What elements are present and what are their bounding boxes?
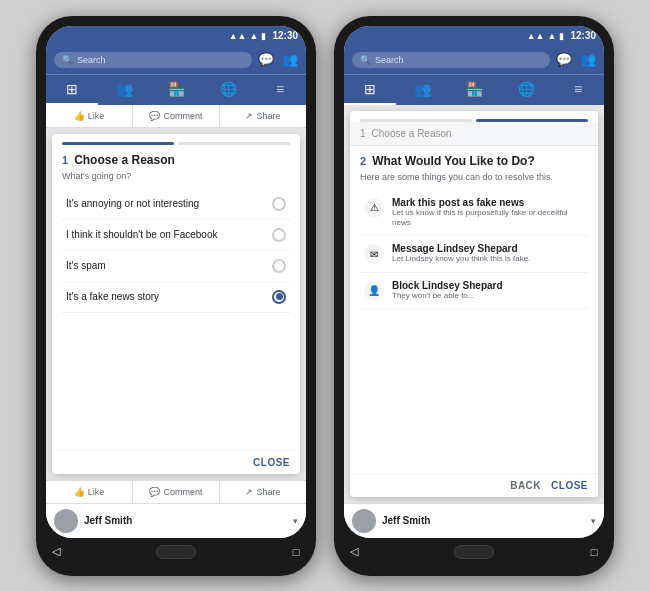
search-placeholder-1: Search [77, 55, 106, 65]
modal-footer-2: BACK CLOSE [350, 473, 598, 497]
option-title-1: Mark this post as fake news [392, 197, 584, 208]
radio-2[interactable] [272, 228, 286, 242]
user-bar-2: Jeff Smith ▾ [344, 503, 604, 538]
back-button-2[interactable]: BACK [510, 480, 541, 491]
step-title-1: Choose a Reason [74, 153, 175, 167]
recents-btn-1[interactable]: □ [286, 542, 306, 562]
search-icon: 🔍 [62, 55, 73, 65]
search-bar-2[interactable]: 🔍 Search [352, 52, 550, 68]
message-icon: ✉ [364, 244, 384, 264]
back-btn-2[interactable]: ◁ [344, 542, 364, 562]
reason-text-3: It's spam [66, 260, 106, 271]
friends-icon[interactable]: 👥 [282, 52, 298, 67]
user-bar-1: Jeff Smith ▾ [46, 503, 306, 538]
step-num-1: 1 [62, 154, 68, 166]
avatar-1 [54, 509, 78, 533]
warning-icon: ⚠ [364, 198, 384, 218]
back-btn-1[interactable]: ◁ [46, 542, 66, 562]
step-title-2: What Would You Like to Do? [372, 154, 535, 168]
option-title-3: Block Lindsey Shepard [392, 280, 503, 291]
modal-2: 1 Choose a Reason 2 What Would You Like … [350, 111, 598, 497]
friends-icon-2[interactable]: 👥 [580, 52, 596, 67]
signal-icon-2: ▲▲ [527, 31, 545, 41]
modal-content-2: 2 What Would You Like to Do? Here are so… [350, 146, 598, 473]
nav-store-2[interactable]: 🏪 [448, 75, 500, 105]
nav-home[interactable]: ⊞ [46, 75, 98, 105]
header-icons-1: 💬 👥 [258, 52, 298, 67]
comment-button-1[interactable]: 💬 Comment [133, 105, 220, 127]
reason-item-3[interactable]: It's spam [62, 251, 290, 282]
battery-icon-2: ▮ [559, 31, 564, 41]
radio-3[interactable] [272, 259, 286, 273]
phone-1: ▲▲ ▲ ▮ 12:30 🔍 Search 💬 👥 ⊞ 👥 🏪 🌐 ≡ [36, 16, 316, 576]
reason-text-4: It's a fake news story [66, 291, 159, 302]
share-btn-bottom-1[interactable]: ↗ Share [220, 481, 306, 503]
reason-item-4[interactable]: It's a fake news story [62, 282, 290, 313]
option-text-3: Block Lindsey Shepard They won't be able… [392, 280, 503, 301]
avatar-2 [352, 509, 376, 533]
reason-text-1: It's annoying or not interesting [66, 198, 199, 209]
facebook-nav-2: ⊞ 👥 🏪 🌐 ≡ [344, 74, 604, 105]
recents-btn-2[interactable]: □ [584, 542, 604, 562]
facebook-header-2: 🔍 Search 💬 👥 [344, 46, 604, 74]
user-name-1: Jeff Smith [84, 515, 287, 526]
nav-menu[interactable]: ≡ [254, 75, 306, 105]
reason-item-2[interactable]: I think it shouldn't be on Facebook [62, 220, 290, 251]
option-item-2[interactable]: ✉ Message Lindsey Shepard Let Lindsey kn… [360, 236, 588, 272]
battery-icon: ▮ [261, 31, 266, 41]
messenger-icon[interactable]: 💬 [258, 52, 274, 67]
facebook-header-1: 🔍 Search 💬 👥 [46, 46, 306, 74]
nav-store[interactable]: 🏪 [150, 75, 202, 105]
home-btn-2[interactable] [454, 545, 494, 559]
wifi-icon: ▲ [250, 31, 259, 41]
step-num-2: 2 [360, 155, 366, 167]
like-btn-bottom-1[interactable]: 👍 Like [46, 481, 133, 503]
post-action-bar-1: 👍 Like 💬 Comment ↗ Share [46, 105, 306, 128]
status-bar-2: ▲▲ ▲ ▮ 12:30 [344, 26, 604, 46]
step-header-1: 1 Choose a Reason [62, 153, 290, 167]
reason-list: It's annoying or not interesting I think… [62, 189, 290, 313]
messenger-icon-2[interactable]: 💬 [556, 52, 572, 67]
option-desc-2: Let Lindsey know you think this is fake. [392, 254, 530, 264]
phone-nav-2: ◁ □ [344, 538, 604, 566]
step1-title-inactive: Choose a Reason [372, 128, 452, 139]
nav-globe-2[interactable]: 🌐 [500, 75, 552, 105]
search-icon-2: 🔍 [360, 55, 371, 65]
close-button-1[interactable]: CLOSE [253, 457, 290, 468]
header-icons-2: 💬 👥 [556, 52, 596, 67]
facebook-nav-1: ⊞ 👥 🏪 🌐 ≡ [46, 74, 306, 105]
chevron-down-icon-1: ▾ [293, 516, 298, 526]
step-indicator-2 [350, 111, 598, 122]
modal-footer-1: CLOSE [52, 450, 300, 474]
option-desc-3: They won't be able to... [392, 291, 503, 301]
reason-item-1[interactable]: It's annoying or not interesting [62, 189, 290, 220]
radio-1[interactable] [272, 197, 286, 211]
option-item-3[interactable]: 👤 Block Lindsey Shepard They won't be ab… [360, 273, 588, 309]
radio-4[interactable] [272, 290, 286, 304]
option-title-2: Message Lindsey Shepard [392, 243, 530, 254]
step1-inactive: 1 Choose a Reason [350, 122, 598, 146]
wifi-icon-2: ▲ [548, 31, 557, 41]
nav-home-2[interactable]: ⊞ [344, 75, 396, 105]
time-display: 12:30 [272, 30, 298, 41]
step-indicator-1 [52, 134, 300, 145]
nav-menu-2[interactable]: ≡ [552, 75, 604, 105]
modal-content-1: 1 Choose a Reason What's going on? It's … [52, 145, 300, 450]
user-name-2: Jeff Smith [382, 515, 585, 526]
bottom-action-bar-1: 👍 Like 💬 Comment ↗ Share [46, 480, 306, 503]
home-btn-1[interactable] [156, 545, 196, 559]
nav-globe[interactable]: 🌐 [202, 75, 254, 105]
share-button-1[interactable]: ↗ Share [220, 105, 306, 127]
option-item-1[interactable]: ⚠ Mark this post as fake news Let us kno… [360, 190, 588, 237]
step-subtitle-2: Here are some things you can do to resol… [360, 172, 588, 182]
nav-friends-2[interactable]: 👥 [396, 75, 448, 105]
phone-nav-1: ◁ □ [46, 538, 306, 566]
close-button-2[interactable]: CLOSE [551, 480, 588, 491]
radio-inner-4 [276, 293, 283, 300]
chevron-down-icon-2: ▾ [591, 516, 596, 526]
search-placeholder-2: Search [375, 55, 404, 65]
search-bar-1[interactable]: 🔍 Search [54, 52, 252, 68]
like-button-1[interactable]: 👍 Like [46, 105, 133, 127]
nav-friends[interactable]: 👥 [98, 75, 150, 105]
comment-btn-bottom-1[interactable]: 💬 Comment [133, 481, 220, 503]
